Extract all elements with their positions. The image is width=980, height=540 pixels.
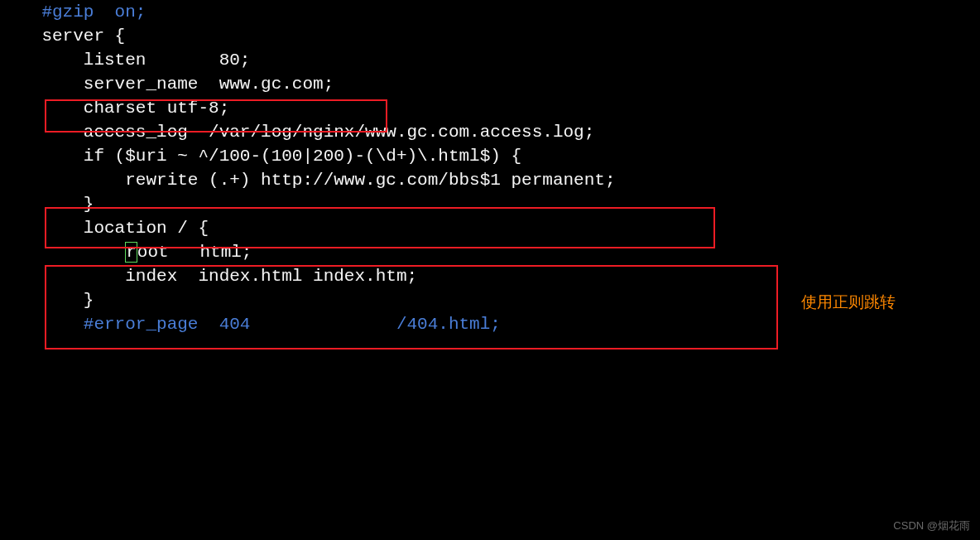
- annotation-regex-redirect: 使用正则跳转: [801, 292, 896, 313]
- highlight-rewrite-block-box: [45, 265, 778, 350]
- code-line-server-open: server {: [0, 24, 980, 48]
- code-line-rewrite: rewrite (.+) http://www.gc.com/bbs$1 per…: [0, 168, 980, 192]
- code-line-listen: listen 80;: [0, 48, 980, 72]
- highlight-access-log-box: [45, 207, 715, 248]
- code-line-gzip-comment: #gzip on;: [0, 0, 980, 24]
- csdn-watermark: CSDN @烟花雨: [893, 518, 970, 533]
- highlight-server-name-box: [45, 99, 387, 133]
- code-line-server-name: server_name www.gc.com;: [0, 72, 980, 96]
- code-line-if-uri: if ($uri ~ ^/100-(100|200)-(\d+)\.html$)…: [0, 144, 980, 168]
